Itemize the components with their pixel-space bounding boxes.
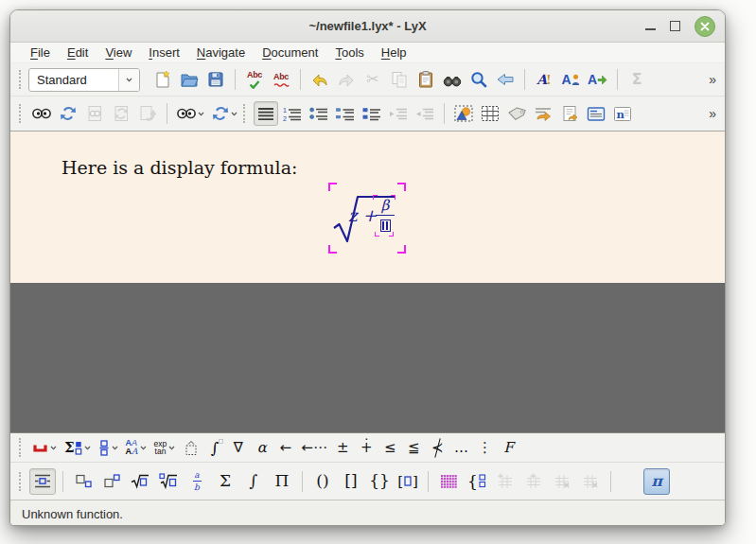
ams-letters-button[interactable]: F xyxy=(498,436,519,459)
update-master-document-button[interactable] xyxy=(109,101,133,126)
toggle-emphasis-button[interactable]: A! xyxy=(532,67,556,92)
custom-delimiters-button[interactable]: [] xyxy=(395,468,421,495)
binary-operators-button[interactable]: ± xyxy=(332,436,354,459)
menu-edit[interactable]: Edit xyxy=(59,44,97,61)
fraction-button[interactable]: ab xyxy=(184,468,210,495)
titlebar[interactable]: ~/newfile1.lyx* - LyX xyxy=(10,10,725,43)
toolbar-overflow-button[interactable]: » xyxy=(709,106,718,121)
update-other-formats-button[interactable] xyxy=(209,101,240,126)
labeling-list-button[interactable] xyxy=(360,101,384,126)
insert-matrix-button[interactable] xyxy=(435,468,462,495)
new-document-button[interactable] xyxy=(150,67,175,92)
close-icon[interactable] xyxy=(694,16,715,37)
braces-button[interactable]: {} xyxy=(366,468,393,495)
integral-button[interactable]: ∫ xyxy=(240,468,267,495)
numbered-list-button[interactable]: 12 xyxy=(280,101,305,126)
math-spacing-button[interactable] xyxy=(29,436,60,459)
dotted-operators-button[interactable]: + xyxy=(356,436,378,459)
display-formula-inset[interactable]: z + β xyxy=(328,183,406,254)
paragraph-style-button[interactable] xyxy=(254,101,278,126)
relations-button[interactable]: ≤ xyxy=(379,436,401,459)
more-dots-button[interactable]: ⋮ xyxy=(474,436,496,459)
toolbar-grip[interactable] xyxy=(19,438,22,457)
insert-label-button[interactable] xyxy=(504,101,529,126)
arrows-panel-button[interactable]: ← xyxy=(274,436,296,459)
ams-relations-button[interactable]: ≦ xyxy=(403,436,425,459)
update-button[interactable] xyxy=(56,101,80,126)
menu-help[interactable]: Help xyxy=(373,44,415,61)
insert-graphics-button[interactable] xyxy=(451,101,476,126)
formula-fraction[interactable]: β xyxy=(375,197,396,232)
view-button[interactable] xyxy=(29,101,54,126)
insert-math-button[interactable]: Σ xyxy=(624,67,649,92)
decrease-depth-button[interactable] xyxy=(413,101,437,126)
empty-math-box[interactable] xyxy=(380,219,391,232)
superscript-button[interactable] xyxy=(98,468,125,495)
math-text-styles-button[interactable]: AAAA xyxy=(123,436,149,459)
view-other-formats-button[interactable] xyxy=(174,101,207,126)
toolbar-grip[interactable] xyxy=(19,104,22,123)
functions-button[interactable]: exptan xyxy=(151,436,179,459)
toggle-noun-button[interactable]: A xyxy=(558,67,583,92)
delete-column-button[interactable] xyxy=(577,468,604,495)
copy-button[interactable] xyxy=(387,67,412,92)
sum-button[interactable]: Σ xyxy=(212,468,238,495)
toggle-math-panels-button[interactable]: π xyxy=(643,468,670,495)
add-column-button[interactable] xyxy=(520,468,547,495)
integrals-panel-button[interactable]: ∫ xyxy=(203,436,225,459)
nth-root-button[interactable] xyxy=(155,468,182,495)
apply-last-style-button[interactable]: A xyxy=(585,67,610,92)
document-workspace[interactable]: Here is a display formula: z + β xyxy=(10,132,725,432)
brackets-button[interactable]: [] xyxy=(338,468,364,495)
subscript-button[interactable] xyxy=(70,468,97,495)
spellcheck-continuously-button[interactable]: Abc xyxy=(269,67,293,92)
decorations-button[interactable] xyxy=(180,436,202,459)
big-operators-button[interactable]: Σ xyxy=(62,436,94,459)
menu-navigate[interactable]: Navigate xyxy=(188,44,254,61)
dots-panel-button[interactable]: … xyxy=(450,436,472,459)
negated-relations-button[interactable]: ≺ xyxy=(427,436,448,459)
toolbar-grip[interactable] xyxy=(19,70,22,89)
parentheses-button[interactable]: () xyxy=(309,468,336,495)
fraction-styles-button[interactable] xyxy=(96,436,121,459)
operators-panel-button[interactable]: ∇ xyxy=(227,436,249,459)
maximize-icon[interactable] xyxy=(670,21,680,31)
check-spelling-button[interactable]: Abc xyxy=(242,67,267,92)
find-button[interactable] xyxy=(466,67,491,92)
toolbar-grip[interactable] xyxy=(19,472,22,491)
insert-footnote-button[interactable] xyxy=(557,101,582,126)
insert-cross-reference-button[interactable] xyxy=(531,101,555,126)
save-document-button[interactable] xyxy=(203,67,228,92)
menu-document[interactable]: Document xyxy=(254,44,326,61)
greek-letters-button[interactable]: α xyxy=(251,436,273,459)
increase-depth-button[interactable] xyxy=(386,101,411,126)
view-master-document-button[interactable] xyxy=(82,101,107,126)
square-root-button[interactable] xyxy=(127,468,153,495)
layout-combo[interactable]: Standard xyxy=(28,68,140,92)
cut-button[interactable]: ✂ xyxy=(360,67,385,92)
document-page[interactable]: Here is a display formula: z + β xyxy=(10,132,725,283)
product-button[interactable]: Π xyxy=(269,468,295,495)
extensible-arrows-button[interactable]: ←⋯ xyxy=(298,436,330,459)
menu-tools[interactable]: Tools xyxy=(326,44,372,61)
add-row-button[interactable] xyxy=(492,468,519,495)
insert-note-button[interactable]: n xyxy=(610,101,635,126)
display-formula-button[interactable] xyxy=(29,468,56,495)
redo-button[interactable] xyxy=(334,67,359,92)
delete-row-button[interactable] xyxy=(549,468,575,495)
navigate-back-button[interactable] xyxy=(493,67,518,92)
insert-table-button[interactable] xyxy=(478,101,502,126)
menu-view[interactable]: View xyxy=(97,44,140,61)
update-other-document-button[interactable] xyxy=(135,101,160,126)
find-and-replace-button[interactable] xyxy=(440,67,465,92)
insert-box-button[interactable] xyxy=(584,101,608,126)
description-list-button[interactable] xyxy=(333,101,358,126)
minimize-icon[interactable] xyxy=(645,28,656,30)
menu-file[interactable]: File xyxy=(22,44,59,61)
menu-insert[interactable]: Insert xyxy=(140,44,188,61)
toolbar-grip[interactable] xyxy=(243,104,246,123)
insert-cases-button[interactable]: { xyxy=(464,468,490,495)
open-document-button[interactable] xyxy=(177,67,202,92)
paste-button[interactable] xyxy=(413,67,438,92)
toolbar-overflow-button[interactable]: » xyxy=(709,72,718,87)
